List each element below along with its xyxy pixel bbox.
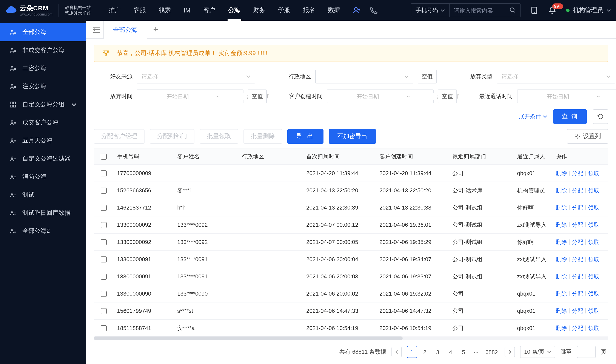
tab-add-button[interactable]: +: [147, 25, 164, 34]
row-delete[interactable]: 删除: [556, 325, 567, 332]
row-delete[interactable]: 删除: [556, 221, 567, 229]
row-claim[interactable]: 领取: [588, 325, 599, 332]
row-assign[interactable]: 分配: [572, 307, 583, 315]
tab-all-public[interactable]: 全部公海: [103, 21, 147, 39]
sidebar-item-非成交客户公海[interactable]: 非成交客户公海: [0, 41, 86, 59]
row-checkbox[interactable]: [101, 274, 107, 280]
row-claim[interactable]: 领取: [588, 256, 599, 263]
assign-dept-button[interactable]: 分配到部门: [150, 129, 194, 144]
empty-value-button[interactable]: 空值: [418, 70, 437, 83]
sidebar-item-注安公海[interactable]: 注安公海: [0, 78, 86, 95]
row-checkbox[interactable]: [101, 291, 107, 297]
tablet-icon[interactable]: [530, 6, 539, 15]
sidebar-item-五月天公海[interactable]: 五月天公海: [0, 132, 86, 150]
sidebar-item-二咨公海[interactable]: 二咨公海: [0, 59, 86, 78]
filter-放弃类型[interactable]: 请选择: [497, 70, 615, 83]
next-page-button[interactable]: [505, 347, 515, 357]
empty-value-button[interactable]: 空值: [248, 90, 267, 103]
scroll-thumb[interactable]: [94, 337, 402, 340]
export-button[interactable]: 导 出: [287, 129, 323, 144]
row-delete[interactable]: 删除: [556, 290, 567, 298]
sidebar-item-成交客户公海[interactable]: 成交客户公海: [0, 114, 86, 132]
row-assign[interactable]: 分配: [572, 187, 583, 195]
start-date-input[interactable]: [141, 93, 214, 100]
nav-推广[interactable]: 推广: [103, 0, 127, 21]
row-checkbox[interactable]: [101, 256, 107, 262]
filter-最近通话时间[interactable]: ~: [517, 90, 616, 103]
nav-客服[interactable]: 客服: [128, 0, 152, 21]
row-assign[interactable]: 分配: [572, 273, 583, 281]
nav-数据[interactable]: 数据: [322, 0, 346, 21]
page-5[interactable]: 5: [458, 346, 469, 358]
row-delete[interactable]: 删除: [556, 307, 567, 315]
start-date-input[interactable]: [332, 93, 404, 100]
horizontal-scrollbar[interactable]: [94, 337, 608, 340]
sidebar-item-自定义公海分组[interactable]: 自定义公海分组: [0, 95, 86, 114]
row-checkbox[interactable]: [101, 222, 107, 228]
row-checkbox[interactable]: [101, 205, 107, 211]
user-plus-icon[interactable]: [352, 6, 361, 15]
select-all-checkbox[interactable]: [101, 153, 107, 159]
row-claim[interactable]: 领取: [588, 307, 599, 315]
nav-客户[interactable]: 客户: [197, 0, 221, 21]
row-claim[interactable]: 领取: [588, 187, 599, 195]
last-page-button[interactable]: 6882: [484, 346, 500, 358]
sidebar-item-消防公海[interactable]: 消防公海: [0, 168, 86, 186]
batch-delete-button[interactable]: 批量删除: [244, 129, 282, 144]
end-date-input[interactable]: [603, 93, 616, 100]
page-4[interactable]: 4: [445, 346, 456, 358]
filter-行政地区[interactable]: [315, 70, 413, 83]
sidebar-item-测试[interactable]: 测试: [0, 186, 86, 204]
jump-page-input[interactable]: [577, 346, 596, 358]
filter-放弃时间[interactable]: ~: [137, 90, 244, 103]
row-claim[interactable]: 领取: [588, 273, 599, 281]
row-assign[interactable]: 分配: [572, 221, 583, 229]
page-1[interactable]: 1: [407, 346, 417, 358]
row-claim[interactable]: 领取: [588, 204, 599, 212]
sidebar-item-自定义公海过滤器[interactable]: 自定义公海过滤器: [0, 150, 86, 168]
user-menu[interactable]: 机构管理员: [566, 6, 611, 14]
query-button[interactable]: 查 询: [553, 109, 587, 124]
assign-manager-button[interactable]: 分配客户经理: [94, 129, 144, 144]
batch-claim-button[interactable]: 批量领取: [200, 129, 238, 144]
row-assign[interactable]: 分配: [572, 238, 583, 246]
filter-客户创建时间[interactable]: ~: [327, 90, 434, 103]
phone-icon[interactable]: [369, 6, 378, 15]
start-date-input[interactable]: [522, 93, 594, 100]
row-delete[interactable]: 删除: [556, 238, 567, 246]
row-checkbox[interactable]: [101, 325, 107, 331]
row-delete[interactable]: 删除: [556, 204, 567, 212]
row-claim[interactable]: 领取: [588, 238, 599, 246]
nav-IM[interactable]: IM: [178, 0, 196, 21]
search-type-select[interactable]: 手机号码: [411, 4, 449, 17]
search-button[interactable]: [505, 7, 520, 14]
expand-filters-link[interactable]: 展开条件: [519, 113, 547, 120]
nav-公海[interactable]: 公海: [222, 0, 246, 21]
row-assign[interactable]: 分配: [572, 169, 583, 177]
row-delete[interactable]: 删除: [556, 169, 567, 177]
row-delete[interactable]: 删除: [556, 273, 567, 281]
row-delete[interactable]: 删除: [556, 187, 567, 195]
nav-学服[interactable]: 学服: [272, 0, 296, 21]
row-checkbox[interactable]: [101, 239, 107, 245]
notifications[interactable]: 99+: [548, 6, 557, 15]
row-claim[interactable]: 领取: [588, 169, 599, 177]
row-assign[interactable]: 分配: [572, 325, 583, 332]
row-assign[interactable]: 分配: [572, 204, 583, 212]
column-settings-button[interactable]: 设置列: [567, 129, 608, 144]
page-2[interactable]: 2: [420, 346, 430, 358]
row-claim[interactable]: 领取: [588, 221, 599, 229]
row-checkbox[interactable]: [101, 308, 107, 314]
row-checkbox[interactable]: [101, 188, 107, 194]
filter-好友来源[interactable]: 请选择: [137, 70, 255, 83]
collapse-tabs-button[interactable]: [90, 26, 103, 32]
nav-财务[interactable]: 财务: [247, 0, 271, 21]
export-plain-button[interactable]: 不加密导出: [329, 129, 376, 144]
row-claim[interactable]: 领取: [588, 290, 599, 298]
page-size-select[interactable]: 10 条/页: [520, 346, 555, 358]
nav-报名[interactable]: 报名: [297, 0, 321, 21]
empty-value-button[interactable]: 空值: [438, 90, 457, 103]
nav-线索[interactable]: 线索: [153, 0, 177, 21]
row-checkbox[interactable]: [101, 170, 107, 176]
sidebar-item-全部公海2[interactable]: 全部公海2: [0, 222, 86, 240]
